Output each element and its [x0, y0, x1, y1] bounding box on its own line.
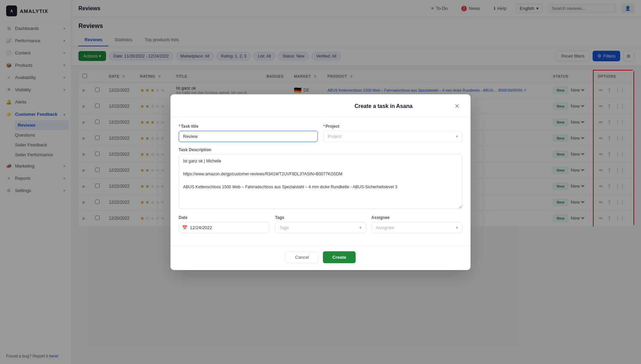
modal-footer: Cancel Create [170, 246, 471, 270]
task-title-project-row: *Task title *Project Project [179, 124, 462, 142]
task-desc-label: Task Description [179, 147, 462, 152]
tags-select-wrapper: Tags [275, 222, 366, 233]
date-label: Date [179, 215, 270, 220]
assignee-label: Assignee [371, 215, 462, 220]
task-title-input[interactable] [179, 131, 318, 142]
assignee-select[interactable]: Assignee [371, 222, 462, 233]
modal-body: *Task title *Project Project [170, 117, 471, 246]
tags-select[interactable]: Tags [275, 222, 366, 233]
modal-close-button[interactable]: ✕ [452, 101, 462, 111]
date-input-wrapper [179, 222, 270, 233]
task-title-field: *Task title [179, 124, 318, 142]
assignee-select-wrapper: Assignee [371, 222, 462, 233]
date-field: Date [179, 215, 270, 233]
modal-header: Create a task in Asana ✕ [170, 94, 471, 117]
project-select[interactable]: Project [323, 131, 462, 142]
create-task-modal: Create a task in Asana ✕ *Task title *Pr… [170, 94, 471, 270]
date-tags-assignee-row: Date Tags Tags Assignee [179, 215, 462, 233]
task-title-label: *Task title [179, 124, 318, 129]
cancel-button[interactable]: Cancel [285, 251, 319, 263]
task-description-textarea[interactable] [179, 154, 462, 209]
task-description-row: Task Description [179, 147, 462, 210]
tags-label: Tags [275, 215, 366, 220]
tags-field: Tags Tags [275, 215, 366, 233]
date-input[interactable] [179, 222, 270, 233]
project-field: *Project Project [323, 124, 462, 142]
project-label: *Project [323, 124, 462, 129]
task-description-field: Task Description [179, 147, 462, 210]
modal-overlay[interactable]: Create a task in Asana ✕ *Task title *Pr… [0, 0, 641, 364]
create-button[interactable]: Create [323, 251, 356, 263]
assignee-field: Assignee Assignee [371, 215, 462, 233]
project-select-wrapper: Project [323, 131, 462, 142]
modal-title: Create a task in Asana [315, 103, 452, 109]
